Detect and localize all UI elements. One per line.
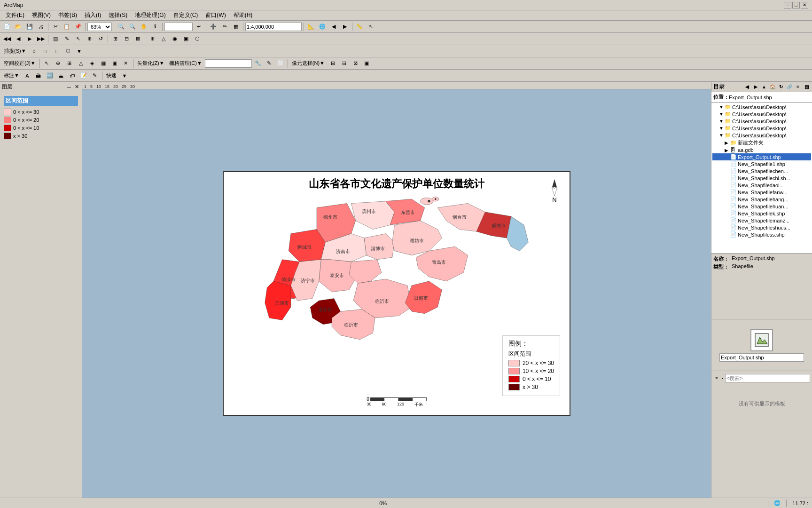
zoom-in-btn[interactable]: 🔍 — [116, 22, 126, 32]
t2-btn5[interactable]: ⊟ — [121, 34, 132, 44]
label-c[interactable]: 🔤 — [45, 71, 55, 81]
measure-btn[interactable]: 📏 — [354, 22, 365, 32]
minimize-button[interactable]: ─ — [784, 2, 791, 8]
t2-btn6[interactable]: ⊠ — [133, 34, 143, 44]
tree-item-0[interactable]: ▼📁C:\Users\asus\Desktop\ — [712, 103, 811, 111]
panel-close-btn[interactable]: ✕ — [73, 84, 80, 90]
preview-name-input[interactable]: Export_Output.shp — [719, 353, 804, 362]
print-btn[interactable]: 🖨 — [36, 22, 46, 32]
t2-misc4[interactable]: ▣ — [181, 34, 191, 44]
sp-clr[interactable]: ✕ — [121, 58, 131, 69]
sp-cursor[interactable]: ↖ — [42, 58, 52, 69]
tree-item-9[interactable]: 📄New_Shapefilechen... — [712, 167, 811, 175]
tree-item-1[interactable]: ▼📁C:\Users\asus\Desktop\ — [712, 111, 811, 118]
layout-btn[interactable]: 📐 — [306, 22, 316, 32]
catalog-connect-btn[interactable]: 🔗 — [786, 83, 793, 91]
raster-label[interactable]: 栅格清理(C)▼ — [167, 60, 204, 67]
zoom-out-btn[interactable]: 🔍 — [127, 22, 138, 32]
pixel-label[interactable]: 像元选择(N)▼ — [290, 60, 327, 67]
menu-custom[interactable]: 自定义(C) — [170, 10, 202, 20]
label-b[interactable]: 🏔 — [33, 71, 44, 81]
new-btn[interactable]: 📄 — [2, 22, 12, 32]
tree-item-6[interactable]: ▶🗄aa.gdb — [712, 147, 811, 153]
tree-item-13[interactable]: 📄New_Shapefilehang... — [712, 196, 811, 203]
sp-warp[interactable]: ◈ — [87, 58, 97, 69]
menu-insert[interactable]: 插入(I) — [81, 10, 105, 20]
tree-item-12[interactable]: 📄New_Shapefilefanw... — [712, 189, 811, 196]
tree-view[interactable]: ▼📁C:\Users\asus\Desktop\▼📁C:\Users\asus\… — [711, 103, 812, 253]
tree-item-5[interactable]: ▶📁新建文件夹 — [712, 139, 811, 147]
node-btn[interactable]: ⊕ — [84, 34, 94, 44]
layer-btn[interactable]: ▤ — [50, 34, 61, 44]
identify-btn[interactable]: ℹ — [150, 22, 160, 32]
close-button[interactable]: ✕ — [801, 2, 808, 8]
copy-btn[interactable]: 📋 — [62, 22, 72, 32]
raster-btn2[interactable]: ✎ — [264, 58, 274, 69]
add-data-btn[interactable]: ➕ — [208, 22, 219, 32]
menu-window[interactable]: 窗口(W) — [202, 10, 229, 20]
capture-rect2[interactable]: □ — [52, 46, 62, 56]
sp-link[interactable]: ⊞ — [64, 58, 75, 69]
search-input[interactable] — [725, 374, 810, 382]
label-label[interactable]: 标注▼ — [2, 72, 21, 79]
raster-input[interactable] — [205, 59, 252, 68]
menu-file[interactable]: 文件(E) — [2, 10, 28, 20]
capture-label[interactable]: 捕捉(S)▼ — [2, 48, 28, 55]
search-field[interactable] — [164, 23, 193, 31]
catalog-fwd-btn[interactable]: ▶ — [752, 83, 759, 91]
vectorize-label[interactable]: 矢量化(Z)▼ — [135, 60, 166, 67]
raster-btn1[interactable]: 🔧 — [253, 58, 263, 69]
label-f[interactable]: 📝 — [78, 71, 89, 81]
maximize-button[interactable]: □ — [792, 2, 800, 8]
label-e[interactable]: 🏷 — [67, 71, 78, 81]
tree-item-11[interactable]: 📄New_Shapfiledaol... — [712, 182, 811, 189]
fullext-btn[interactable]: 🌐 — [317, 22, 328, 32]
tree-item-18[interactable]: 📄New_Shapfiless.shp — [712, 231, 811, 238]
spatial-label[interactable]: 空间校正(J)▼ — [2, 60, 38, 67]
menu-bookmark[interactable]: 书签(B) — [55, 10, 81, 20]
save-btn[interactable]: 💾 — [24, 22, 35, 32]
back-btn[interactable]: ◀ — [328, 22, 339, 32]
cut-btn[interactable]: ✂ — [50, 22, 61, 32]
catalog-refresh-btn[interactable]: ↻ — [777, 83, 785, 91]
capture-poly[interactable]: ⬡ — [63, 46, 73, 56]
sp-node[interactable]: ⊕ — [53, 58, 63, 69]
label-a[interactable]: A — [22, 71, 32, 81]
t2-btn1[interactable]: ◀◀ — [2, 34, 12, 44]
catalog-back-btn[interactable]: ◀ — [743, 83, 751, 91]
open-btn[interactable]: 📂 — [13, 22, 23, 32]
menu-view[interactable]: 视图(V) — [28, 10, 55, 20]
tree-item-15[interactable]: 📄New_Shapefilek.shp — [712, 210, 811, 217]
label-g[interactable]: ✎ — [90, 71, 100, 81]
t2-misc2[interactable]: △ — [158, 34, 169, 44]
pixel-btn1[interactable]: ⊞ — [328, 58, 338, 69]
edit-btn[interactable]: ✎ — [62, 34, 72, 44]
snap-btn[interactable]: ⊞ — [110, 34, 120, 44]
catalog-view-btn[interactable]: ▤ — [803, 83, 810, 91]
tree-item-2[interactable]: ▼📁C:\Users\asus\Desktop\ — [712, 118, 811, 125]
scale-input[interactable] — [245, 23, 302, 31]
tree-item-14[interactable]: 📄New_Shapefilehuan... — [712, 203, 811, 210]
pixel-btn2[interactable]: ⊟ — [339, 58, 349, 69]
quick-label[interactable]: 快速 — [104, 72, 118, 79]
t2-btn3[interactable]: ▶ — [24, 34, 35, 44]
menu-geoprocess[interactable]: 地理处理(G) — [131, 10, 169, 20]
capture-circle[interactable]: ○ — [29, 46, 39, 56]
fwd-btn[interactable]: ▶ — [340, 22, 350, 32]
sp-sel[interactable]: ▣ — [109, 58, 120, 69]
menu-select[interactable]: 选择(S) — [105, 10, 131, 20]
attr-table-btn[interactable]: ▦ — [231, 22, 241, 32]
t2-misc5[interactable]: ⬡ — [192, 34, 203, 44]
tree-item-8[interactable]: 📄New_Shapefile1.shp — [712, 160, 811, 167]
capture-rect[interactable]: □ — [40, 46, 51, 56]
tree-item-4[interactable]: ▼📁C:\Users\asus\Desktop\ — [712, 132, 811, 139]
rotate-btn[interactable]: ↺ — [95, 34, 106, 44]
paste-btn[interactable]: 📌 — [73, 22, 83, 32]
catalog-options-btn[interactable]: ≡ — [794, 83, 802, 91]
zoom-select[interactable]: 63% 50% 100% — [87, 23, 112, 31]
tree-item-17[interactable]: 📄New_Shapefileshui.s... — [712, 224, 811, 231]
select-btn[interactable]: ↖ — [366, 22, 376, 32]
pixel-btn3[interactable]: ⊠ — [350, 58, 360, 69]
t2-misc1[interactable]: ⊕ — [147, 34, 157, 44]
pan-btn[interactable]: ✋ — [139, 22, 149, 32]
